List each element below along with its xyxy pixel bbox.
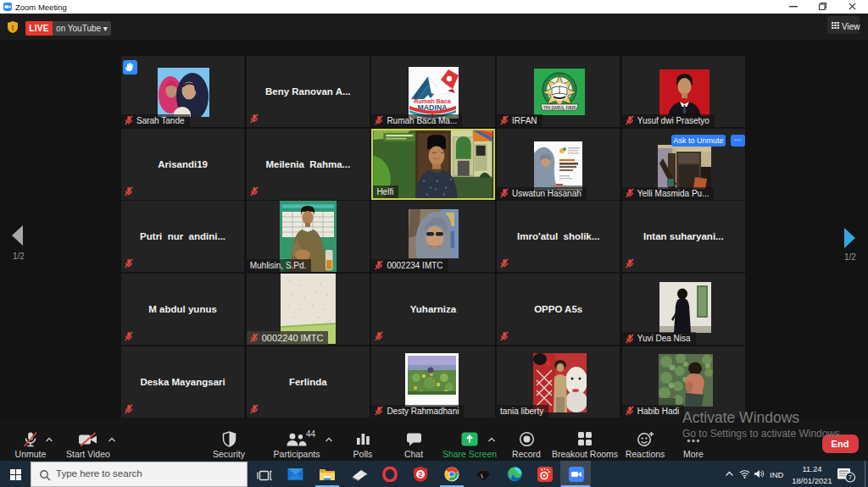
svg-text:7: 7 [849,473,853,481]
svg-text:2: 2 [419,470,423,479]
svg-text:!: ! [12,24,14,32]
svg-text:TPA DARUL FIKRI: TPA DARUL FIKRI [543,106,576,110]
